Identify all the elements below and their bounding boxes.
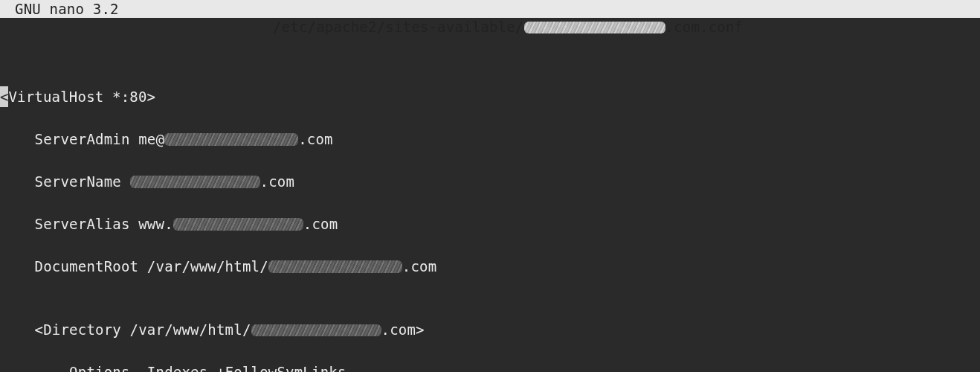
config-line: Options -Indexes +FollowSymLinks [0,362,980,372]
redacted-domain [164,133,298,145]
cursor: < [0,86,8,108]
editor-area[interactable]: <VirtualHost *:80> ServerAdmin me@.com S… [0,18,980,372]
file-path: /etc/apache2/sites-available/.com.conf [119,0,863,18]
config-line: <VirtualHost *:80> [0,86,980,108]
nano-titlebar: GNU nano 3.2 /etc/apache2/sites-availabl… [0,0,980,18]
redacted-domain [130,176,260,187]
config-line: DocumentRoot /var/www/html/.com [0,256,980,278]
redacted-domain [524,22,665,33]
redacted-domain [251,324,381,336]
config-line: <Directory /var/www/html/.com> [0,319,980,341]
config-line: ServerName .com [0,171,980,193]
app-name: GNU nano 3.2 [6,0,119,18]
redacted-domain [268,260,402,272]
redacted-domain [173,218,303,230]
config-line: ServerAlias www..com [0,214,980,235]
config-line: ServerAdmin me@.com [0,129,980,150]
